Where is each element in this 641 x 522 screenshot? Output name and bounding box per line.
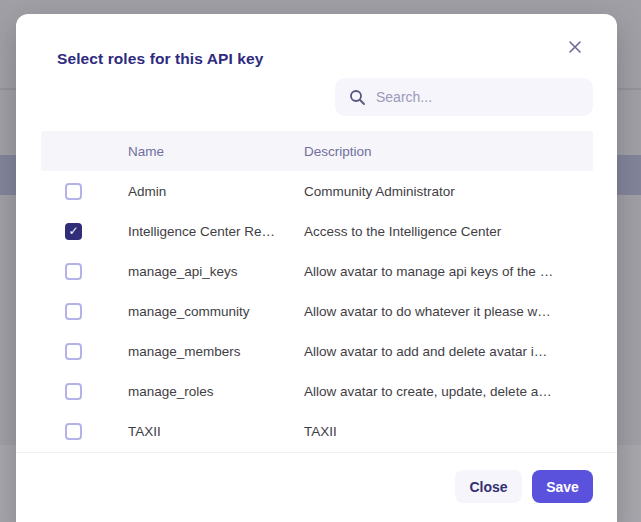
roles-table-body: ✓ Admin Community Administrator ✓ Intell… (41, 171, 593, 451)
table-row[interactable]: ✓ manage_community Allow avatar to do wh… (41, 291, 593, 331)
checkbox-cell: ✓ (41, 423, 128, 440)
check-icon: ✓ (68, 225, 78, 237)
select-roles-modal: Select roles for this API key Name Descr… (16, 14, 617, 522)
checkbox-cell: ✓ (41, 303, 128, 320)
role-description: Allow avatar to do whatever it please w… (304, 304, 593, 319)
role-name: Intelligence Center Re… (128, 224, 304, 239)
checkbox-cell: ✓ (41, 343, 128, 360)
role-description: Access to the Intelligence Center (304, 224, 593, 239)
table-row[interactable]: ✓ Admin Community Administrator (41, 171, 593, 211)
role-checkbox[interactable]: ✓ (65, 183, 82, 200)
roles-table-header: Name Description (41, 131, 593, 171)
role-name: Admin (128, 184, 304, 199)
table-row[interactable]: ✓ Intelligence Center Re… Access to the … (41, 211, 593, 251)
role-description: Allow avatar to manage api keys of the … (304, 264, 593, 279)
save-button[interactable]: Save (532, 470, 593, 503)
role-description: Allow avatar to create, update, delete a… (304, 384, 593, 399)
role-checkbox[interactable]: ✓ (65, 423, 82, 440)
checkbox-cell: ✓ (41, 263, 128, 280)
role-checkbox[interactable]: ✓ (65, 263, 82, 280)
role-checkbox[interactable]: ✓ (65, 343, 82, 360)
search-input[interactable] (376, 89, 566, 105)
modal-title: Select roles for this API key (57, 50, 264, 68)
checkbox-cell: ✓ (41, 383, 128, 400)
close-button[interactable]: Close (455, 470, 522, 503)
table-row[interactable]: ✓ manage_api_keys Allow avatar to manage… (41, 251, 593, 291)
role-checkbox[interactable]: ✓ (65, 303, 82, 320)
checkbox-cell: ✓ (41, 183, 128, 200)
role-checkbox[interactable]: ✓ (65, 223, 82, 240)
role-description: Community Administrator (304, 184, 593, 199)
checkbox-cell: ✓ (41, 223, 128, 240)
role-description: TAXII (304, 424, 593, 439)
close-icon[interactable] (565, 37, 585, 57)
role-name: manage_community (128, 304, 304, 319)
x-icon (568, 40, 582, 54)
roles-table: Name Description ✓ Admin Community Admin… (41, 131, 593, 451)
table-row[interactable]: ✓ manage_members Allow avatar to add and… (41, 331, 593, 371)
column-header-description: Description (304, 144, 593, 159)
footer-divider (16, 452, 617, 453)
role-name: manage_api_keys (128, 264, 304, 279)
role-checkbox[interactable]: ✓ (65, 383, 82, 400)
table-row[interactable]: ✓ manage_roles Allow avatar to create, u… (41, 371, 593, 411)
role-name: manage_members (128, 344, 304, 359)
column-header-name: Name (128, 144, 304, 159)
role-name: manage_roles (128, 384, 304, 399)
role-description: Allow avatar to add and delete avatar i… (304, 344, 593, 359)
search-box[interactable] (335, 78, 593, 116)
search-icon (349, 89, 366, 106)
table-row[interactable]: ✓ TAXII TAXII (41, 411, 593, 451)
role-name: TAXII (128, 424, 304, 439)
